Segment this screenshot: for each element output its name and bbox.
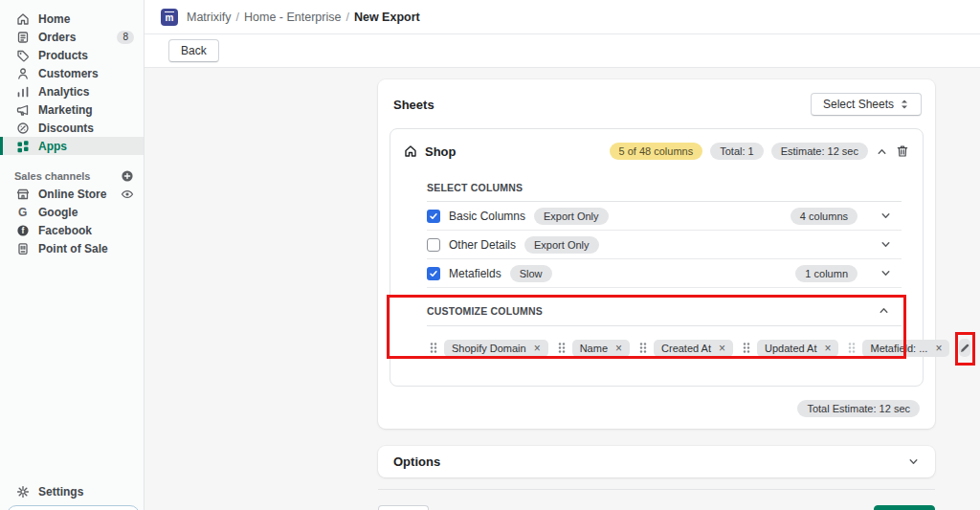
sidebar-item-apps[interactable]: Apps [0,137,144,155]
options-title: Options [393,455,440,469]
facebook-icon: f [16,224,30,237]
analytics-icon [16,85,30,99]
sheet-name: Shop [425,144,457,159]
svg-text:f: f [22,226,25,235]
remove-tag-button[interactable]: × [615,344,622,353]
column-tag-group: Name× [558,340,630,357]
options-card[interactable]: Options [378,446,935,477]
drag-handle-icon[interactable] [743,342,750,354]
sidebar-item-label: Analytics [38,85,89,99]
drag-handle-icon[interactable] [430,342,437,354]
chevron-down-icon [880,210,892,222]
discounts-icon [16,122,30,135]
remove-tag-button[interactable]: × [719,344,725,353]
selected-columns-tags: Shopify Domain× Name× Created At× [427,339,902,357]
column-tag-label: Updated At [765,343,816,354]
sidebar-item-facebook[interactable]: f Facebook [0,221,144,239]
orders-icon [16,31,30,44]
chevron-down-icon [907,455,920,468]
column-count-badge: 1 column [795,265,858,282]
slow-badge: Slow [510,265,552,282]
sidebar-item-label: Facebook [38,224,92,237]
delete-sheet-button[interactable] [896,144,909,158]
marketing-icon [16,103,30,117]
column-tag-group: Created At× [639,340,733,357]
sidebar-item-label: Home [38,12,70,26]
sidebar-item-marketing[interactable]: Marketing [0,100,144,119]
back-button-top[interactable]: Back [168,39,219,62]
remove-tag-button[interactable]: × [824,344,831,353]
sidebar-item-label: Marketing [38,103,93,117]
breadcrumb-separator: / [345,11,348,24]
column-tag: Created At× [654,340,733,357]
edit-metafield-button[interactable] [959,339,970,357]
sidebar-item-orders[interactable]: Orders 8 [0,28,144,46]
sidebar-item-online-store[interactable]: Online Store [0,185,144,203]
plus-circle-icon [121,169,134,183]
svg-text:G: G [18,206,27,219]
footer-divider [378,489,935,490]
sidebar-item-point-of-sale[interactable]: Point of Sale [0,239,144,257]
sidebar-item-home[interactable]: Home [0,10,144,28]
sidebar-item-customers[interactable]: Customers [0,64,144,82]
column-row-metafields: Metafields Slow 1 column [427,259,902,288]
sidebar-item-label: Point of Sale [38,242,108,255]
column-tag: Updated At× [757,340,838,357]
sidebar-item-label: Discounts [38,122,94,135]
expand-row-button[interactable] [880,267,892,279]
back-button-bottom[interactable]: Back [378,505,429,510]
collapse-customize-button[interactable] [878,304,890,317]
customize-columns-title: CUSTOMIZE COLUMNS [427,305,543,317]
sheets-card: Sheets Select Sheets Shop 5 of 48 column [378,79,935,429]
other-details-checkbox[interactable] [427,238,440,252]
sidebar-item-products[interactable]: Products [0,46,144,64]
checkmark-icon [429,211,438,221]
sidebar-item-discounts[interactable]: Discounts [0,119,144,137]
drag-handle-icon[interactable] [639,342,647,354]
sidebar-item-analytics[interactable]: Analytics [0,82,144,100]
expand-row-button[interactable] [880,238,892,251]
apps-icon [16,140,30,153]
trash-icon [896,144,909,158]
column-row-basic-columns: Basic Columns Export Only 4 columns [427,202,902,231]
expand-row-button[interactable] [880,210,892,222]
products-icon [16,49,30,62]
expand-options-button[interactable] [907,455,920,468]
breadcrumb: Matrixify / Home - Enterprise / New Expo… [187,11,420,24]
collapse-sheet-button[interactable] [876,145,888,158]
chevron-down-icon [880,267,892,279]
breadcrumb-app[interactable]: Matrixify [187,11,232,24]
pencil-icon [959,343,970,354]
select-sheets-button[interactable]: Select Sheets [811,93,922,116]
metafields-checkbox[interactable] [427,267,440,280]
sidebar-item-label: Products [38,49,88,62]
drag-handle-icon[interactable] [848,342,856,354]
export-only-badge: Export Only [524,236,598,254]
column-tag: Metafield: ...× [862,340,949,357]
view-online-store-button[interactable] [121,188,134,201]
google-icon: G [16,206,30,219]
topbar: m Matrixify / Home - Enterprise / New Ex… [145,0,980,34]
breadcrumb-section[interactable]: Home - Enterprise [244,11,341,24]
select-sheets-label: Select Sheets [823,98,894,111]
partial-card-outline [7,505,140,510]
column-tag: Name× [572,340,630,357]
sort-arrows-icon [900,99,909,110]
remove-tag-button[interactable]: × [935,344,942,353]
column-count-badge: 4 columns [791,208,858,225]
column-row-label: Basic Columns [449,210,525,223]
remove-tag-button[interactable]: × [534,344,541,353]
column-row-label: Other Details [449,238,516,252]
sidebar-item-settings[interactable]: Settings [0,482,144,500]
export-button[interactable]: Export [874,505,935,510]
basic-columns-checkbox[interactable] [427,210,440,223]
export-only-badge: Export Only [534,208,608,225]
column-row-other-details: Other Details Export Only [427,231,902,259]
orders-count-badge: 8 [117,31,134,44]
column-tag-label: Metafield: ... [870,343,927,354]
estimate-badge: Estimate: 12 sec [771,143,868,160]
matrixify-logo-glyph: m [165,11,175,23]
add-sales-channel-button[interactable] [121,169,134,183]
drag-handle-icon[interactable] [558,342,566,354]
sidebar-item-google[interactable]: G Google [0,203,144,221]
